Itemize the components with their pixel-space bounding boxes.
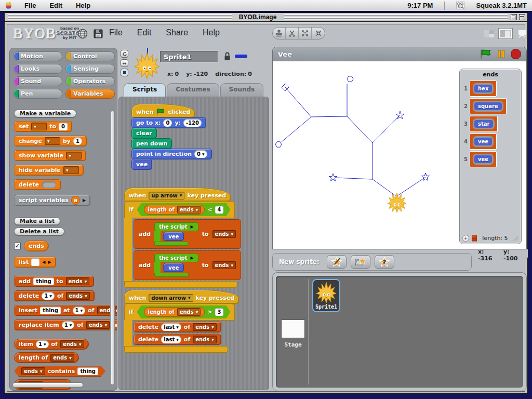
add-script-to-list-block[interactable]: add the script▶ vee to ends bbox=[134, 219, 241, 249]
presentation-mode-icon[interactable] bbox=[515, 29, 529, 38]
menu-help[interactable]: Help bbox=[75, 2, 91, 9]
list-reporter-block[interactable]: list ◀ ▶ bbox=[14, 257, 56, 268]
compare-value-input[interactable]: 4 bbox=[215, 206, 224, 214]
no-rotate-style-icon[interactable] bbox=[121, 69, 128, 76]
length-of-reporter[interactable]: length of ends bbox=[144, 307, 205, 317]
length-of-list-block[interactable]: length of ends bbox=[14, 352, 79, 363]
delete-last-of-list-block[interactable]: delete last of ends bbox=[134, 322, 221, 332]
delete-index-dropdown[interactable]: last bbox=[161, 336, 181, 343]
replace-index-dropdown[interactable]: 1 bbox=[62, 321, 75, 329]
point-in-direction-block[interactable]: point in direction 0 bbox=[131, 149, 212, 159]
apple-menu-icon[interactable] bbox=[5, 2, 12, 9]
when-down-arrow-pressed-block[interactable]: when down arrow key pressed bbox=[124, 290, 239, 304]
script-down-arrow[interactable]: when down arrow key pressed if length of… bbox=[124, 290, 239, 353]
goto-y-input[interactable]: -120 bbox=[183, 119, 202, 127]
set-value-input[interactable]: 0 bbox=[59, 123, 68, 130]
expand-arrow-icon[interactable]: ▶ bbox=[48, 260, 51, 264]
delete-list-dropdown[interactable]: ends bbox=[66, 292, 90, 300]
lock-icon[interactable] bbox=[223, 51, 231, 61]
if-block[interactable]: if length of ends > 3 delete last of end… bbox=[124, 304, 235, 353]
category-sound[interactable]: Sound bbox=[13, 76, 62, 86]
script-variable-a[interactable]: a bbox=[71, 196, 80, 205]
delete-index-dropdown[interactable]: last bbox=[161, 323, 181, 331]
if-block[interactable]: if length of ends < 4 add the script▶ ve… bbox=[124, 202, 241, 288]
watcher-cell[interactable]: square bbox=[470, 98, 507, 114]
vee-call-block[interactable]: vee bbox=[131, 159, 152, 170]
ends-list-watcher[interactable]: ends 1 hex 2 square 3 star 4 vee 5 vee +… bbox=[459, 69, 522, 244]
collapse-arrow-icon[interactable]: ◀ bbox=[42, 260, 45, 264]
delete-last-of-list-block[interactable]: delete last of ends bbox=[134, 334, 221, 345]
language-globe-icon[interactable] bbox=[77, 28, 88, 39]
menubar-app-title[interactable]: Squeak 3.2.1MT bbox=[476, 2, 527, 9]
pen-down-block[interactable]: pen down bbox=[131, 138, 172, 149]
add-script-to-list-block[interactable]: add the script▶ vee to ends bbox=[134, 250, 241, 280]
menu-file[interactable]: File bbox=[23, 2, 37, 9]
make-list-button[interactable]: Make a list bbox=[14, 217, 60, 225]
compare-value-input[interactable]: 3 bbox=[215, 308, 224, 316]
delete-scissors-icon[interactable] bbox=[286, 28, 299, 39]
tab-costumes[interactable]: Costumes bbox=[167, 83, 219, 97]
hide-variable-block[interactable]: hide variable bbox=[14, 165, 84, 176]
flip-style-icon[interactable]: ↔ bbox=[121, 59, 128, 67]
pen-color-swatch[interactable] bbox=[235, 55, 247, 58]
greater-than-condition[interactable]: length of ends > 3 bbox=[137, 305, 231, 318]
less-than-condition[interactable]: length of ends < 4 bbox=[137, 203, 231, 216]
watcher-cell[interactable]: hex bbox=[470, 81, 497, 97]
insert-into-list-block[interactable]: insert thing at 1 of ends bbox=[14, 305, 117, 316]
app-menu-share[interactable]: Share bbox=[166, 28, 188, 37]
hide-variable-dropdown[interactable] bbox=[63, 166, 79, 174]
list-item-input[interactable] bbox=[31, 258, 39, 266]
item-index-dropdown[interactable]: 1 bbox=[36, 340, 49, 348]
rotate-style-icon[interactable] bbox=[121, 50, 128, 58]
show-variable-dropdown[interactable] bbox=[66, 152, 82, 159]
window-titlebar[interactable]: BYOB.image bbox=[4, 12, 528, 22]
set-variable-block[interactable]: set to 0 bbox=[14, 121, 72, 132]
sprite-header-thumbnail[interactable] bbox=[134, 51, 160, 80]
ends-visibility-checkbox[interactable]: ✓ bbox=[14, 243, 21, 249]
replace-list-dropdown[interactable]: ends bbox=[86, 321, 110, 329]
sprite-on-stage[interactable] bbox=[388, 193, 406, 212]
watcher-cell[interactable]: star bbox=[470, 116, 498, 132]
script-green-flag[interactable]: when clicked go to x: 0 y: -120 clear pe… bbox=[131, 104, 212, 170]
window-zoom-button[interactable] bbox=[511, 14, 517, 20]
save-icon[interactable] bbox=[92, 28, 104, 39]
palette-horizontal-scrollbar[interactable] bbox=[12, 382, 83, 388]
vee-call-block[interactable]: vee bbox=[163, 263, 184, 272]
item-of-list-block[interactable]: item 1 of ends bbox=[14, 339, 89, 350]
category-operators[interactable]: Operators bbox=[65, 76, 115, 86]
the-script-ring[interactable]: the script▶ vee bbox=[154, 222, 198, 246]
script-canvas[interactable]: when clicked go to x: 0 y: -120 clear pe… bbox=[118, 97, 269, 390]
delete-list-button[interactable]: Delete a list bbox=[14, 228, 64, 235]
app-menu-help[interactable]: Help bbox=[203, 28, 220, 37]
direction-dropdown[interactable]: 0 bbox=[194, 150, 207, 158]
delete-index-dropdown[interactable]: 1 bbox=[42, 292, 55, 300]
when-up-arrow-pressed-block[interactable]: when up arrow key pressed bbox=[124, 188, 231, 202]
delete-list-dropdown[interactable]: ends bbox=[193, 336, 217, 343]
green-flag-button[interactable] bbox=[480, 49, 492, 59]
add-list-dropdown[interactable]: ends bbox=[212, 230, 236, 238]
duplicate-stamp-icon[interactable] bbox=[273, 28, 286, 39]
set-variable-dropdown[interactable] bbox=[31, 123, 47, 130]
add-to-list-block[interactable]: add thing to ends bbox=[14, 276, 94, 287]
clear-block[interactable]: clear bbox=[131, 128, 157, 139]
app-menu-file[interactable]: File bbox=[109, 28, 123, 37]
shrink-sprite-icon[interactable] bbox=[312, 28, 325, 39]
delete-variable-block[interactable]: delete bbox=[14, 179, 61, 190]
make-variable-button[interactable]: Make a variable bbox=[14, 110, 76, 117]
category-pen[interactable]: Pen bbox=[13, 89, 62, 99]
length-list-dropdown[interactable]: ends bbox=[177, 206, 201, 214]
vee-call-block[interactable]: vee bbox=[163, 232, 184, 241]
stop-button[interactable] bbox=[511, 49, 521, 59]
surprise-sprite-button[interactable]: ? bbox=[375, 255, 394, 269]
change-variable-block[interactable]: change by 1 bbox=[14, 136, 87, 147]
goto-x-input[interactable]: 0 bbox=[163, 119, 172, 127]
replace-item-block[interactable]: replace item 1 of ends with bbox=[14, 320, 117, 330]
length-list-dropdown[interactable]: ends bbox=[177, 308, 201, 316]
change-variable-dropdown[interactable] bbox=[45, 137, 60, 145]
script-variables-block[interactable]: script variables a ▶ bbox=[14, 195, 90, 206]
the-script-ring[interactable]: the script▶ vee bbox=[154, 254, 198, 277]
delete-list-dropdown[interactable]: ends bbox=[193, 323, 217, 331]
insert-index-dropdown[interactable]: 1 bbox=[73, 307, 86, 314]
length-of-reporter[interactable]: length of ends bbox=[144, 205, 205, 215]
grow-sprite-icon[interactable] bbox=[299, 28, 312, 39]
